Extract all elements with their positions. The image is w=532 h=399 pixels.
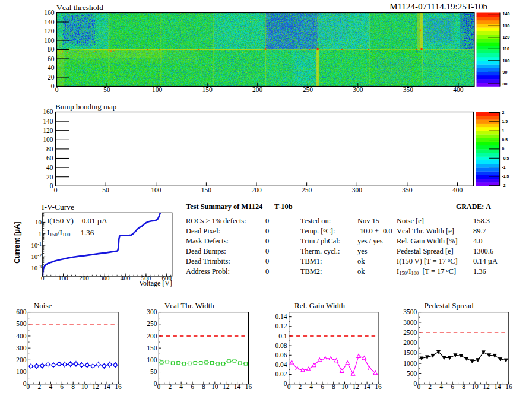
svg-text:Noise [e]: Noise [e] — [397, 217, 424, 225]
svg-text:60: 60 — [48, 55, 55, 62]
svg-text:200: 200 — [252, 86, 263, 93]
svg-text:14: 14 — [494, 383, 501, 390]
svg-text:0: 0 — [417, 383, 420, 390]
svg-text:600: 600 — [16, 308, 27, 315]
svg-text:0: 0 — [50, 182, 53, 189]
svg-text:50: 50 — [150, 368, 157, 375]
svg-text:120: 120 — [44, 27, 55, 34]
svg-text:200: 200 — [147, 332, 157, 340]
svg-text:14: 14 — [234, 383, 241, 390]
svg-text:140: 140 — [503, 11, 510, 17]
svg-text:0.5: 0.5 — [502, 138, 508, 142]
svg-text:50: 50 — [103, 86, 110, 93]
svg-text:Address Probl:: Address Probl: — [186, 267, 230, 276]
svg-text:ok: ok — [357, 267, 365, 276]
svg-text:0: 0 — [23, 380, 27, 387]
svg-text:0: 0 — [157, 383, 161, 390]
svg-text:Dead Pixel:: Dead Pixel: — [186, 227, 220, 235]
svg-text:60: 60 — [46, 154, 53, 162]
svg-text:0.1: 0.1 — [278, 332, 287, 340]
svg-text:4: 4 — [179, 383, 183, 390]
svg-text:2: 2 — [428, 383, 432, 390]
svg-text:2: 2 — [299, 383, 302, 390]
svg-text:ok: ok — [357, 257, 365, 265]
svg-text:90: 90 — [503, 69, 508, 75]
svg-text:100: 100 — [147, 356, 157, 363]
svg-text:10: 10 — [35, 218, 42, 226]
svg-text:14: 14 — [363, 383, 370, 390]
svg-text:3500: 3500 — [403, 308, 417, 315]
svg-text:0: 0 — [287, 383, 291, 390]
svg-text:-1.5: -1.5 — [502, 174, 509, 178]
svg-text:0: 0 — [27, 383, 30, 390]
svg-text:120: 120 — [43, 127, 53, 134]
svg-text:Dead Bumps:: Dead Bumps: — [186, 247, 226, 255]
svg-text:4: 4 — [49, 383, 52, 390]
svg-text:2: 2 — [502, 110, 505, 115]
svg-text:T-10b: T-10b — [274, 202, 293, 211]
svg-text:300: 300 — [352, 186, 363, 194]
svg-text:130: 130 — [503, 23, 510, 28]
svg-text:Mask Defects:: Mask Defects: — [186, 237, 229, 245]
svg-text:10: 10 — [81, 383, 88, 390]
svg-text:200: 200 — [251, 186, 262, 194]
svg-text:0.08: 0.08 — [275, 342, 287, 349]
svg-text:-1: -1 — [502, 165, 506, 169]
svg-text:TBM1:: TBM1: — [300, 257, 322, 265]
svg-text:Voltage [V]: Voltage [V] — [139, 279, 172, 287]
svg-text:4: 4 — [309, 383, 313, 390]
svg-text:0: 0 — [265, 227, 269, 235]
svg-text:16: 16 — [375, 383, 382, 390]
svg-text:Therm. cycl.:: Therm. cycl.: — [300, 247, 340, 255]
svg-text:8: 8 — [71, 383, 75, 390]
svg-text:100: 100 — [16, 368, 27, 375]
svg-text:16: 16 — [115, 383, 122, 390]
svg-text:0: 0 — [265, 267, 269, 276]
svg-text:I-V-Curve: I-V-Curve — [42, 202, 74, 211]
svg-text:500: 500 — [16, 320, 27, 327]
svg-text:0: 0 — [51, 83, 55, 90]
svg-text:yes / yes: yes / yes — [357, 237, 383, 245]
svg-text:ROCs > 1% defects:: ROCs > 1% defects: — [186, 217, 246, 225]
svg-text:150: 150 — [147, 344, 157, 352]
svg-text:4.0: 4.0 — [473, 237, 483, 245]
svg-text:6: 6 — [191, 383, 194, 390]
svg-text:300: 300 — [353, 86, 363, 93]
svg-text:Current [µA]: Current [µA] — [13, 221, 21, 263]
svg-text:Vcal Thr. Width: Vcal Thr. Width — [164, 301, 214, 310]
svg-text:100: 100 — [43, 136, 53, 143]
svg-text:0: 0 — [55, 86, 59, 93]
svg-text:2000: 2000 — [403, 339, 417, 346]
svg-text:1300.6: 1300.6 — [473, 247, 493, 255]
svg-text:10: 10 — [341, 383, 349, 390]
svg-text:-2: -2 — [502, 183, 506, 188]
svg-text:2500: 2500 — [403, 329, 417, 336]
svg-text:160: 160 — [43, 108, 53, 115]
svg-text:8: 8 — [332, 383, 335, 390]
svg-text:0: 0 — [265, 217, 269, 225]
svg-text:2: 2 — [168, 383, 172, 390]
svg-text:250: 250 — [147, 320, 157, 327]
svg-text:0.06: 0.06 — [275, 352, 287, 359]
svg-text:100: 100 — [503, 58, 510, 64]
svg-text:TBM2:: TBM2: — [300, 267, 322, 276]
svg-text:20: 20 — [46, 173, 53, 180]
svg-text:Temp. [oC]:: Temp. [oC]: — [300, 227, 335, 235]
svg-text:150: 150 — [202, 86, 213, 93]
svg-text:Test Summary of M1124: Test Summary of M1124 — [186, 202, 262, 211]
svg-text:250: 250 — [303, 86, 314, 93]
svg-text:150: 150 — [201, 186, 212, 194]
svg-text:4: 4 — [439, 383, 443, 390]
svg-text:12: 12 — [92, 383, 99, 390]
svg-text:1: 1 — [39, 230, 42, 238]
svg-text:16: 16 — [505, 383, 512, 390]
svg-text:16: 16 — [245, 383, 252, 390]
svg-text:6: 6 — [451, 383, 454, 390]
svg-text:300: 300 — [16, 344, 27, 352]
svg-text:8: 8 — [462, 383, 466, 390]
svg-text:350: 350 — [402, 186, 413, 194]
svg-text:100: 100 — [44, 37, 55, 44]
svg-text:0.02: 0.02 — [275, 370, 287, 378]
svg-text:yes: yes — [357, 247, 368, 255]
svg-text:-10.0 +- 0.0: -10.0 +- 0.0 — [357, 227, 392, 235]
